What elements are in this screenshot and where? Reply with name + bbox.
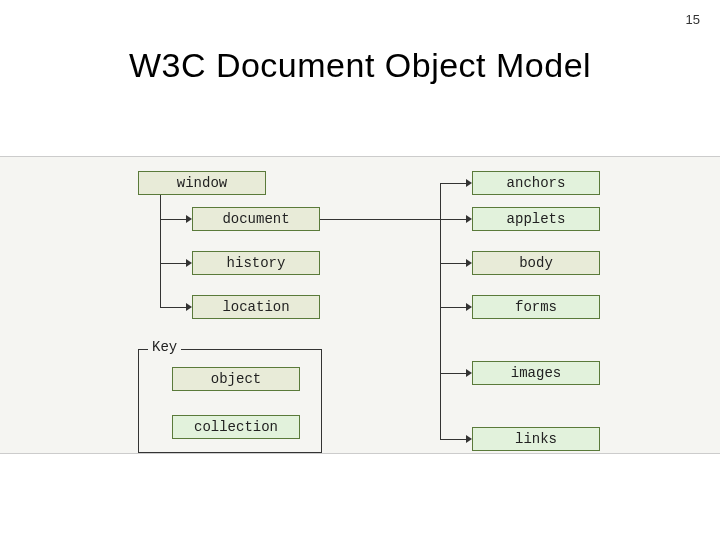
- connector-to-body: [440, 263, 466, 264]
- connector-to-applets: [440, 219, 466, 220]
- connector-to-history: [160, 263, 186, 264]
- slide-title: W3C Document Object Model: [0, 46, 720, 85]
- legend-title: Key: [148, 339, 181, 355]
- page-number: 15: [686, 12, 700, 27]
- node-location: location: [192, 295, 320, 319]
- legend-collection: collection: [172, 415, 300, 439]
- node-document: document: [192, 207, 320, 231]
- connector-to-location: [160, 307, 186, 308]
- node-anchors: anchors: [472, 171, 600, 195]
- connector-right-bus: [440, 183, 441, 439]
- connector-document-right: [320, 219, 440, 220]
- connector-to-images: [440, 373, 466, 374]
- node-links: links: [472, 427, 600, 451]
- diagram-area: window document history location anchors…: [0, 156, 720, 454]
- legend-object: object: [172, 367, 300, 391]
- node-forms: forms: [472, 295, 600, 319]
- connector-to-forms: [440, 307, 466, 308]
- node-applets: applets: [472, 207, 600, 231]
- connector-to-anchors: [440, 183, 466, 184]
- connector-to-links: [440, 439, 466, 440]
- node-body: body: [472, 251, 600, 275]
- node-window: window: [138, 171, 266, 195]
- node-images: images: [472, 361, 600, 385]
- connector-to-document: [160, 219, 186, 220]
- connector-window-down: [160, 195, 161, 307]
- node-history: history: [192, 251, 320, 275]
